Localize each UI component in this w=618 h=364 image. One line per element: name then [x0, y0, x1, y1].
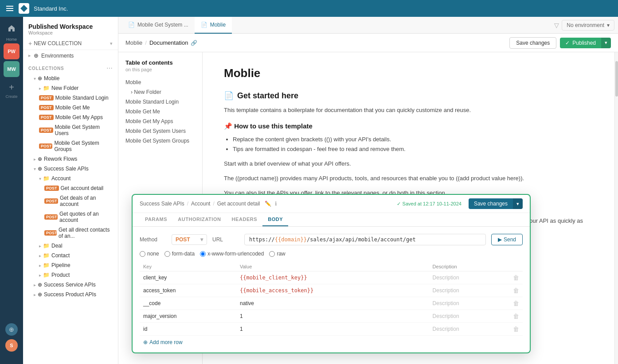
svg-rect-0 [6, 6, 13, 7]
user-avatar[interactable]: S [5, 339, 18, 352]
request-mobile-get-system-users[interactable]: POST Mobile Get System Users [23, 122, 118, 138]
folder-account[interactable]: ▾ 📁 Account [23, 174, 118, 183]
fp-send-button[interactable]: ▶ Send [491, 234, 523, 245]
fp-desc-client-key[interactable]: Description [429, 271, 509, 284]
doc-section-get-started: 📄 Get started here [224, 91, 593, 101]
fp-key-id[interactable]: id [140, 323, 236, 336]
collection-success-service-apis[interactable]: ▸ ⊕ Success Service APIs [23, 280, 118, 290]
fp-delete-row-1[interactable]: 🗑 [513, 274, 519, 281]
collection-moblie[interactable]: ▾ ⊕ Moblie [23, 74, 118, 83]
toc-item-moblie[interactable]: Moblie [118, 77, 202, 87]
toc-item-system-groups[interactable]: Mobile Get System Groups [118, 136, 202, 146]
fp-method-label: Method [140, 236, 166, 243]
app-logo [19, 3, 29, 14]
published-btn-group: ✓ Published ▾ [560, 38, 611, 48]
request-get-quotes[interactable]: POST Get quotes of an account [23, 209, 118, 225]
env-selector[interactable]: No environment ▾ [562, 20, 614, 31]
fp-radio-group: none form-data x-www-form-urlencoded [140, 251, 523, 257]
tab-moblie[interactable]: 📄 Moblie [195, 17, 232, 34]
toc-item-get-my-apps[interactable]: Mobile Get My Apps [118, 116, 202, 126]
toc-item-new-folder[interactable]: › New Folder [118, 87, 202, 97]
fp-value-id[interactable]: 1 [236, 323, 429, 336]
table-row: access_token {{mobile_access_token}} Des… [140, 284, 523, 297]
fp-desc-code[interactable]: Description [429, 297, 509, 310]
fp-tab-params[interactable]: PARAMS [140, 213, 172, 226]
new-collection-button[interactable]: + NEW COLLECTION ▾ [23, 37, 118, 50]
sidebar-bottom-icon[interactable]: ⊕ [5, 323, 18, 336]
request-get-account-detail[interactable]: POST Get account detail [23, 183, 118, 193]
fp-sep2: / [213, 201, 214, 207]
collection-rework-flows[interactable]: ▸ ⊕ Rework Flows [23, 154, 118, 164]
toc-item-get-me[interactable]: Mobile Get Me [118, 107, 202, 116]
folder-contact[interactable]: ▸ 📁 Contact [23, 251, 118, 260]
published-button[interactable]: ✓ Published [560, 38, 601, 48]
fp-desc-access-token[interactable]: Description [429, 284, 509, 297]
fp-method-select[interactable]: POST ▾ [172, 234, 207, 245]
fp-delete-row-3[interactable]: 🗑 [513, 300, 519, 307]
fp-tab-headers[interactable]: HEADERS [227, 213, 263, 226]
svg-rect-1 [6, 8, 13, 9]
fp-key-client-key[interactable]: client_key [140, 271, 236, 284]
fp-tab-body[interactable]: BODY [262, 213, 288, 226]
collections-menu-icon[interactable]: ⋯ [106, 65, 113, 72]
fp-edit-icon[interactable]: ✏️ [265, 201, 271, 207]
method-badge: POST [44, 186, 59, 191]
tab-mobile-get-system[interactable]: 📄 Mobile Get System ... [122, 17, 195, 34]
folder-new[interactable]: ▸ 📁 New Folder [23, 83, 118, 93]
environments-item[interactable]: ▸ ⊕ Environments [23, 50, 118, 61]
svg-rect-2 [6, 10, 13, 11]
fp-delete-row-2[interactable]: 🗑 [513, 287, 519, 294]
menu-icon[interactable] [5, 4, 14, 13]
fp-radio-none[interactable]: none [140, 251, 159, 257]
fp-radio-raw[interactable]: raw [269, 251, 285, 257]
fp-radio-form-data[interactable]: form-data [164, 251, 195, 257]
fp-save-dropdown[interactable]: ▾ [513, 198, 523, 209]
fp-delete-row-5[interactable]: 🗑 [513, 325, 519, 333]
folder-deal[interactable]: ▸ 📁 Deal [23, 241, 118, 251]
fp-desc-id[interactable]: Description [429, 323, 509, 336]
chevron-right-icon: ▸ [39, 273, 41, 278]
scrollbar-thumb[interactable] [615, 61, 618, 97]
fp-delete-row-4[interactable]: 🗑 [513, 313, 519, 320]
create-button[interactable]: + [9, 82, 14, 93]
save-changes-button[interactable]: Save changes [509, 37, 556, 49]
fp-tab-authorization[interactable]: AUTHORIZATION [172, 213, 226, 226]
fp-key-access-token[interactable]: access_token [140, 284, 236, 297]
request-get-contacts[interactable]: POST Get all direct contacts of an... [23, 225, 118, 241]
folder-icon: 📁 [43, 252, 50, 259]
action-bar: Moblie / Documentation 🔗 Save changes ✓ … [118, 34, 618, 52]
fp-key-code[interactable]: __code [140, 297, 236, 310]
folder-product[interactable]: ▸ 📁 Product [23, 270, 118, 280]
collection-success-sale-apis[interactable]: ▾ ⊕ Success Sale APIs [23, 164, 118, 174]
sidebar-item-home[interactable] [4, 20, 20, 36]
scrollbar[interactable] [614, 52, 618, 364]
fp-save-button[interactable]: Save changes [469, 198, 513, 209]
request-mobile-get-me[interactable]: POST Mobile Get Me [23, 103, 118, 112]
request-get-deals[interactable]: POST Get deals of an account [23, 193, 118, 209]
fp-breadcrumb-success-sale[interactable]: Success Sale APIs [140, 201, 184, 207]
fp-value-major-version[interactable]: 1 [236, 310, 429, 323]
toc-item-standard-login[interactable]: Mobile Standard Login [118, 97, 202, 107]
fp-value-access-token[interactable]: {{mobile_access_token}} [236, 284, 429, 297]
workspace-mw-badge[interactable]: MW [4, 61, 20, 77]
fp-key-major-version[interactable]: major_version [140, 310, 236, 323]
fp-info-icon[interactable]: ℹ [275, 201, 277, 207]
fp-value-code[interactable]: native [236, 297, 429, 310]
toc-item-system-users[interactable]: Mobile Get System Users [118, 126, 202, 136]
request-mobile-get-my-apps[interactable]: POST Mobile Get My Apps [23, 112, 118, 122]
fp-radio-urlencoded[interactable]: x-www-form-urlencoded [200, 251, 264, 257]
request-mobile-standard-login[interactable]: POST Mobile Standard Login [23, 93, 118, 103]
folder-pipeline[interactable]: ▸ 📁 Pipeline [23, 260, 118, 270]
fp-breadcrumb-account[interactable]: Account [191, 201, 210, 207]
collection-success-product-apis[interactable]: ▸ ⊕ Success Product APIs [23, 290, 118, 299]
breadcrumb-moblie[interactable]: Moblie [125, 39, 142, 46]
fp-body: Method POST ▾ URL https://{{domain}}/sal… [133, 227, 530, 352]
published-dropdown-arrow[interactable]: ▾ [601, 38, 611, 48]
fp-value-client-key[interactable]: {{mobile_client_key}} [236, 271, 429, 284]
workspace-pw-badge[interactable]: PW [4, 43, 20, 59]
fp-desc-major-version[interactable]: Description [429, 310, 509, 323]
request-mobile-get-system-groups[interactable]: POST Mobile Get System Groups [23, 138, 118, 154]
fp-add-row-button[interactable]: ⊕ Add more row [140, 336, 523, 345]
filter-icon[interactable]: ▽ [554, 22, 559, 29]
chevron-right-icon: ▸ [39, 263, 41, 268]
